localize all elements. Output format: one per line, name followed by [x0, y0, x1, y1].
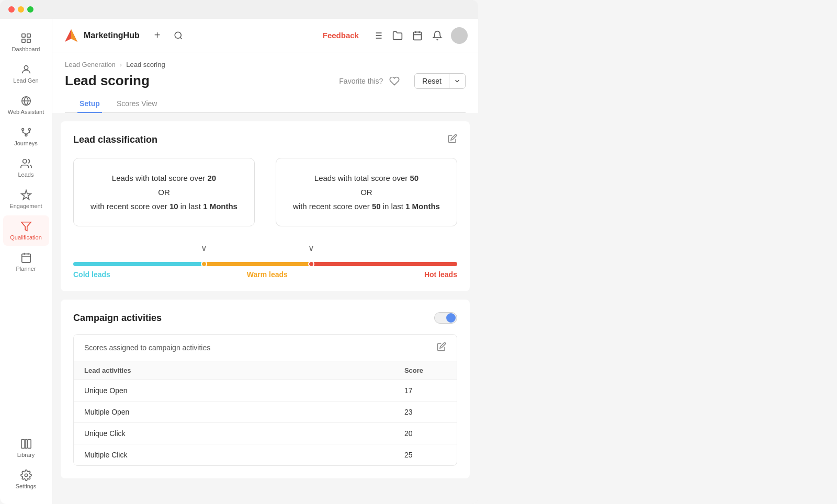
card1-text3: in last: [178, 202, 203, 211]
close-dot[interactable]: [8, 6, 15, 13]
qualification-icon: [20, 221, 32, 232]
sidebar-item-journeys[interactable]: Journeys: [3, 121, 49, 152]
sidebar-item-planner[interactable]: Planner: [3, 247, 49, 277]
svg-point-6: [21, 129, 24, 131]
sidebar-item-engagement[interactable]: Engagement: [3, 184, 49, 214]
feedback-button[interactable]: Feedback: [323, 31, 359, 40]
lead-gen-icon: [20, 64, 32, 75]
sidebar-item-library[interactable]: Library: [3, 433, 49, 463]
bell-icon[interactable]: [431, 29, 444, 42]
table-row[interactable]: Multiple Click 25: [74, 444, 457, 465]
activity-score-1: 23: [404, 408, 446, 416]
breadcrumb: Lead Generation › Lead scoring: [65, 61, 466, 68]
calendar-icon[interactable]: [411, 29, 424, 42]
card1-months: 1: [203, 202, 207, 211]
card1-score2: 10: [169, 202, 178, 211]
tab-scores-view[interactable]: Scores View: [115, 95, 160, 113]
classification-card-1: Leads with total score over 20 OR with r…: [73, 158, 255, 226]
planner-icon: [20, 252, 32, 264]
card2-text2: with recent score over: [293, 202, 372, 211]
svg-rect-2: [21, 39, 25, 42]
tabs: Setup Scores View: [65, 89, 466, 113]
campaign-toggle[interactable]: [434, 312, 457, 324]
minimize-dot[interactable]: [18, 6, 24, 13]
chevron-down-icon: [454, 77, 461, 85]
list-icon[interactable]: [371, 29, 384, 42]
breadcrumb-current: Lead scoring: [126, 61, 165, 68]
activities-edit-icon[interactable]: [437, 342, 446, 353]
reset-button[interactable]: Reset: [415, 74, 449, 88]
toggle-track[interactable]: [434, 312, 457, 324]
svg-point-4: [24, 66, 28, 70]
card2-or: OR: [293, 185, 440, 199]
page-title-row: Lead scoring Favorite this? Reset: [65, 73, 466, 89]
campaign-activities-title: Campaign activities: [73, 313, 162, 324]
classification-edit-icon[interactable]: [448, 134, 457, 145]
brand-name: MarketingHub: [84, 31, 140, 40]
page-header: Lead Generation › Lead scoring Lead scor…: [52, 52, 478, 113]
sidebar-item-settings[interactable]: Settings: [3, 464, 49, 495]
range-dot-hot[interactable]: [308, 261, 314, 267]
journeys-icon: [20, 127, 32, 138]
range-dot-warm[interactable]: [201, 261, 207, 267]
brand: MarketingHub: [63, 27, 140, 44]
campaign-activities-section: Campaign activities Scores assigned to c…: [61, 300, 470, 478]
range-bar-wrapper: [73, 262, 457, 266]
sidebar-item-dashboard[interactable]: Dashboard: [3, 27, 49, 58]
card1-line2: with recent score over 10 in last 1 Mont…: [91, 199, 237, 213]
sidebar-label-dashboard: Dashboard: [12, 46, 40, 52]
range-labels: Cold leads Warm leads Hot leads: [73, 270, 457, 279]
heart-icon[interactable]: [389, 76, 400, 86]
svg-rect-11: [21, 254, 30, 263]
sidebar-label-qualification: Qualification: [10, 234, 42, 240]
search-button[interactable]: [171, 28, 186, 43]
range-cold-bar: [73, 262, 204, 266]
add-button[interactable]: +: [150, 28, 165, 43]
toggle-thumb: [446, 313, 456, 323]
main-wrapper: MarketingHub + Feedback: [52, 19, 478, 504]
svg-point-9: [22, 159, 26, 163]
sidebar-item-leads[interactable]: Leads: [3, 153, 49, 183]
sidebar-label-lead-gen: Lead Gen: [13, 77, 38, 84]
svg-rect-13: [25, 440, 27, 449]
svg-rect-1: [27, 34, 30, 37]
sidebar: Dashboard Lead Gen Web Assistant Journey…: [0, 19, 52, 504]
sidebar-item-web-assistant[interactable]: Web Assistant: [3, 90, 49, 120]
user-avatar[interactable]: [451, 27, 468, 44]
card2-score1: 50: [410, 174, 418, 182]
lead-classification-section: Lead classification Leads with total sco…: [61, 121, 470, 291]
card2-line1: Leads with total score over 50: [293, 171, 440, 185]
section-title-row: Lead classification: [73, 134, 457, 145]
table-row[interactable]: Multiple Open 23: [74, 402, 457, 423]
header-right: Favorite this? Reset: [339, 73, 466, 89]
table-row[interactable]: Unique Click 20: [74, 423, 457, 444]
table-row[interactable]: Unique Open 17: [74, 380, 457, 402]
activity-score-3: 25: [404, 451, 446, 459]
sidebar-item-lead-gen[interactable]: Lead Gen: [3, 59, 49, 89]
sidebar-label-settings: Settings: [16, 483, 37, 489]
card2-line2: with recent score over 50 in last 1 Mont…: [293, 199, 440, 213]
breadcrumb-separator: ›: [120, 61, 122, 68]
table-header-row: Lead activities Score: [74, 361, 457, 380]
chevron-area: ∨ ∨: [73, 243, 457, 260]
library-icon: [20, 438, 32, 450]
card2-score2: 50: [372, 202, 381, 211]
sidebar-item-qualification[interactable]: Qualification: [3, 215, 49, 246]
breadcrumb-parent[interactable]: Lead Generation: [65, 61, 116, 68]
reset-chevron-button[interactable]: [449, 74, 465, 88]
chevron-warm-start: ∨: [201, 243, 207, 253]
svg-rect-14: [27, 440, 30, 449]
settings-icon: [20, 469, 32, 481]
window-chrome: [0, 0, 478, 19]
folder-icon[interactable]: [391, 29, 404, 42]
card1-text1: Leads with total score over: [112, 174, 208, 182]
col-header-activity: Lead activities: [84, 366, 404, 374]
maximize-dot[interactable]: [27, 6, 33, 13]
lead-classification-title: Lead classification: [73, 134, 157, 145]
card1-score1: 20: [207, 174, 216, 182]
svg-marker-10: [21, 222, 30, 231]
activity-name-0: Unique Open: [84, 386, 404, 395]
content-area: Lead Generation › Lead scoring Lead scor…: [52, 52, 478, 504]
card2-text3: in last: [381, 202, 406, 211]
tab-setup[interactable]: Setup: [77, 95, 102, 113]
